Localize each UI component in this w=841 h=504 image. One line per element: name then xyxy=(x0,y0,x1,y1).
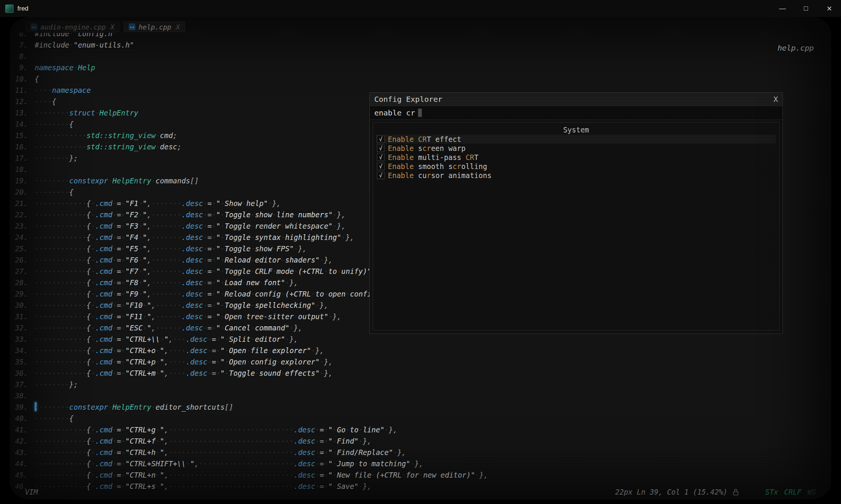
code-line[interactable]: 42.············{·.cmd·=·"CTRL+f·",······… xyxy=(10,435,831,447)
code-token: ·=· xyxy=(112,256,125,264)
checkbox-icon: √ xyxy=(377,144,384,152)
whitespace-dots: · xyxy=(277,358,281,366)
code-token: ·=· xyxy=(203,233,216,241)
whitespace-dots: ······ xyxy=(155,301,181,309)
tab-close-button[interactable]: X xyxy=(110,23,114,31)
tab-help.cpp[interactable]: ++help.cppX xyxy=(124,22,185,32)
whitespace-dots: · xyxy=(475,471,479,479)
status-flag-stx[interactable]: STx xyxy=(765,488,778,496)
code-line[interactable]: 40.········{ xyxy=(10,413,831,424)
close-button[interactable]: ✕ xyxy=(818,0,841,17)
code-token: .desc xyxy=(186,358,208,366)
minimize-button[interactable]: — xyxy=(771,0,794,17)
config-option[interactable]: √Enable cursor animations xyxy=(376,171,776,180)
config-option[interactable]: √Enable multi-pass CRT xyxy=(376,153,776,162)
whitespace-dots: · xyxy=(91,369,95,377)
whitespace-dots: · xyxy=(220,278,224,287)
whitespace-dots: · xyxy=(402,471,406,479)
whitespace-dots: · xyxy=(285,278,289,287)
whitespace-dots: · xyxy=(251,301,255,309)
whitespace-dots: ············ xyxy=(35,312,86,321)
code-line[interactable]: 8. xyxy=(10,51,831,62)
tab-audio-engine.cpp[interactable]: ++audio-engine.cppX xyxy=(26,22,119,32)
status-bar: VIM 22px Ln 39, Col 1 (15.42%) STxCRLFWS xyxy=(10,486,831,499)
code-line[interactable]: 35.············{·.cmd·=·"CTRL+p·",····.d… xyxy=(10,356,831,367)
code-token: ········{ xyxy=(35,414,74,423)
config-option-label: Enable smooth scrolling xyxy=(388,162,487,171)
config-option[interactable]: √Enable smooth scrolling xyxy=(376,162,776,171)
whitespace-dots: ············ xyxy=(35,369,86,377)
popup-close-button[interactable]: X xyxy=(773,95,778,104)
lock-icon[interactable] xyxy=(733,488,739,496)
code-token: "·Go·to·line" xyxy=(328,426,384,434)
checkmark-glyph: √ xyxy=(379,173,382,178)
whitespace-dots: · xyxy=(155,471,160,479)
code-line[interactable]: 7.#include·"enum-utils.h" xyxy=(10,39,831,51)
code-token: "F4·" xyxy=(125,233,147,241)
code-line[interactable]: 36.············{·.cmd·=·"CTRL+m·",····.d… xyxy=(10,367,831,379)
code-token: ·}, xyxy=(384,426,397,434)
whitespace-dots: · xyxy=(203,312,207,321)
code-text: { xyxy=(35,73,39,85)
code-token: ········}; xyxy=(35,154,78,162)
whitespace-dots: · xyxy=(212,301,216,309)
status-flag-crlf[interactable]: CRLF xyxy=(784,488,801,496)
code-token: .desc xyxy=(181,267,203,275)
code-line[interactable]: 45.············{·.cmd·=·"CTRL+n·",······… xyxy=(10,469,831,481)
title-bar: fred — □ ✕ xyxy=(0,0,841,17)
code-token: "CTRL+f·" xyxy=(125,437,164,445)
config-option[interactable]: √Enable screen warp xyxy=(376,144,776,153)
config-explorer-title: Config Explorer xyxy=(374,95,443,104)
code-line[interactable]: 9.namespace·Help xyxy=(10,62,831,73)
whitespace-dots: ············ xyxy=(35,143,86,151)
whitespace-dots: ············ xyxy=(35,437,86,445)
code-line[interactable]: 44.············{·.cmd·=·"CTRL+SHIFT+\\·"… xyxy=(10,458,831,469)
label-segment: T xyxy=(474,153,478,161)
code-token: .cmd xyxy=(95,267,112,275)
code-line[interactable]: 43.············{·.cmd·=·"CTRL+h·",······… xyxy=(10,447,831,458)
code-token: ········}; xyxy=(35,380,78,389)
code-token: ·=· xyxy=(112,369,125,377)
whitespace-dots: · xyxy=(112,222,117,230)
code-token: .desc xyxy=(181,324,203,332)
code-token: ·=· xyxy=(315,471,328,479)
code-line[interactable]: 41.············{·.cmd·=·"CTRL+g·",······… xyxy=(10,424,831,435)
whitespace-dots: · xyxy=(91,426,95,434)
code-line[interactable]: 39.········constexpr·HelpEntry·editor_sh… xyxy=(10,401,831,413)
code-token: ············{· xyxy=(35,426,95,434)
code-token: ·=· xyxy=(203,199,216,207)
whitespace-dots: · xyxy=(121,244,125,253)
code-token: "F7·" xyxy=(125,267,147,275)
whitespace-dots: · xyxy=(112,312,117,321)
whitespace-dots: ······· xyxy=(151,267,181,275)
code-token: · xyxy=(155,131,160,140)
whitespace-dots: · xyxy=(138,278,143,287)
whitespace-dots: ············ xyxy=(35,244,86,253)
code-token: .cmd xyxy=(95,335,112,343)
whitespace-dots: · xyxy=(346,290,350,298)
tab-close-button[interactable]: X xyxy=(176,23,180,31)
code-token: ·}, xyxy=(333,222,346,230)
status-flag-ws[interactable]: WS xyxy=(807,488,816,496)
config-search-input[interactable]: enable cr xyxy=(370,106,783,120)
whitespace-dots: · xyxy=(121,335,125,343)
code-token: .cmd xyxy=(95,346,112,355)
code-token: ·}, xyxy=(393,448,406,456)
whitespace-dots: · xyxy=(121,199,125,207)
whitespace-dots: ········ xyxy=(35,109,69,117)
code-line[interactable]: 33.············{·.cmd·=·"CTRL+\\·",···.d… xyxy=(10,333,831,345)
whitespace-dots: ········ xyxy=(35,403,69,411)
code-line[interactable]: 37.········}; xyxy=(10,379,831,390)
whitespace-dots: · xyxy=(138,267,143,275)
code-line[interactable]: 34.············{·.cmd·=·"CTRL+o·",····.d… xyxy=(10,345,831,356)
config-option[interactable]: √Enable CRT effect xyxy=(376,135,776,144)
maximize-button[interactable]: □ xyxy=(794,0,818,17)
code-token: ,······· xyxy=(147,199,182,207)
code-token: ,······ xyxy=(151,301,181,309)
whitespace-dots: · xyxy=(251,244,255,253)
whitespace-dots: · xyxy=(220,324,224,332)
code-line[interactable]: 38. xyxy=(10,390,831,401)
code-token: ·=· xyxy=(208,346,220,355)
code-line[interactable]: 10.{ xyxy=(10,73,831,85)
code-token: ············{· xyxy=(35,290,95,298)
